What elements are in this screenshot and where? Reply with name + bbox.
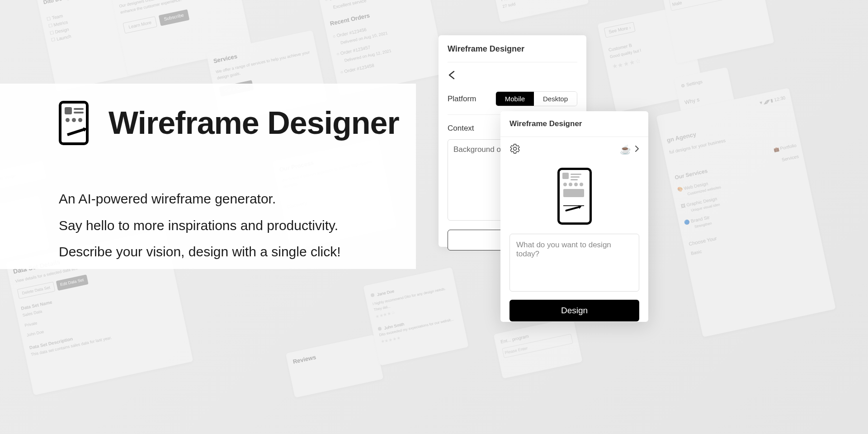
- hero-line-2: Say hello to more inspirations and produ…: [59, 212, 416, 239]
- hero-header: Wireframe Designer: [59, 101, 416, 145]
- chevron-left-icon: [448, 70, 456, 80]
- back-button[interactable]: [448, 70, 577, 82]
- platform-option-mobile[interactable]: Mobile: [496, 92, 534, 106]
- platform-label: Platform: [448, 94, 476, 104]
- bg-nav-launch: Launch: [56, 34, 71, 42]
- bg-sold: 27 sold: [502, 0, 581, 10]
- hero-line-3: Describe your vision, design with a sing…: [59, 239, 416, 265]
- panel2-title: Wireframe Designer: [500, 111, 648, 137]
- bg-settings: Settings: [686, 79, 703, 87]
- design-prompt-input[interactable]: [509, 234, 639, 292]
- designer-panel-main: Wireframe Designer ☕: [500, 111, 648, 322]
- mini-device-icon: [557, 168, 592, 225]
- platform-option-desktop[interactable]: Desktop: [534, 92, 577, 106]
- hero-line-1: An AI-powered wireframe generator.: [59, 186, 416, 212]
- panel2-toolbar: ☕: [500, 137, 648, 162]
- bg-learn-more-button: Learn More: [123, 16, 157, 33]
- app-logo-icon: [59, 101, 89, 145]
- platform-toggle: Mobile Desktop: [495, 91, 577, 106]
- hero-title: Wireframe Designer: [108, 105, 399, 141]
- coffee-icon: ☕: [620, 144, 631, 155]
- bg-edit-dataset: Edit Data Set: [56, 274, 88, 291]
- settings-button[interactable]: [509, 143, 520, 156]
- device-preview: [500, 162, 648, 234]
- bg-reviews-title: Reviews: [292, 341, 372, 367]
- bg-see-more: See More: [608, 25, 628, 34]
- panel1-title: Wireframe Designer: [448, 44, 577, 62]
- design-button[interactable]: Design: [509, 300, 639, 321]
- coffee-button[interactable]: ☕: [620, 144, 639, 155]
- bg-order3: Order #123458: [344, 62, 374, 74]
- gear-icon: [509, 143, 520, 154]
- bg-delete-dataset: Delete Data Set: [17, 282, 55, 299]
- bg-time: 12:30: [774, 95, 786, 102]
- chevron-right-icon: [635, 145, 639, 155]
- bg-subscribe-button: Subscribe: [159, 9, 189, 26]
- hero-section: Wireframe Designer An AI-powered wirefra…: [0, 84, 416, 269]
- bg-male: Male: [669, 0, 758, 11]
